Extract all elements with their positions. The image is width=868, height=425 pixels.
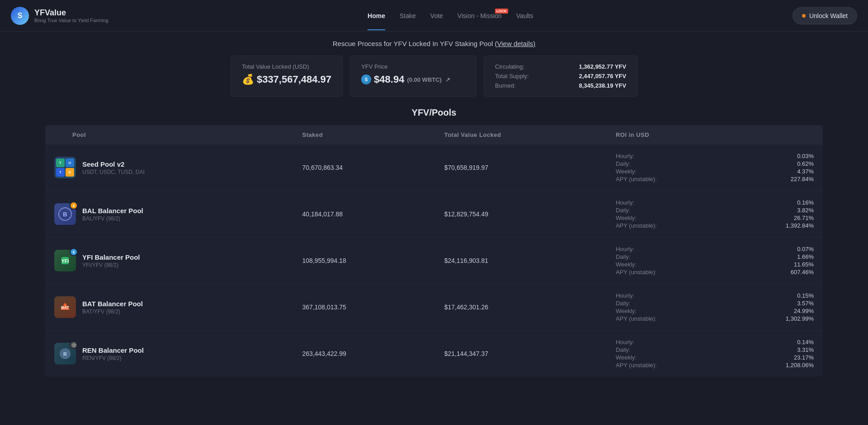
roi-cell: Hourly: 0.03% Daily: 0.62% Weekly: 4.37%… [607, 145, 823, 191]
total-supply-row: Total Supply: 2,447,057.76 YFV [495, 73, 626, 79]
rescue-text: Rescue Process for YFV Locked In YFV Sta… [333, 40, 493, 47]
logo-icon: S [11, 7, 29, 25]
roi-hourly-label: Hourly: [616, 292, 778, 299]
svg-text:B: B [63, 211, 67, 218]
roi-grid: Hourly: 0.03% Daily: 0.62% Weekly: 4.37%… [616, 153, 814, 182]
pool-name: BAT Balancer Pool [82, 300, 143, 308]
pool-name: BAL Balancer Pool [82, 207, 143, 215]
roi-weekly-val: 4.37% [791, 168, 814, 175]
yfv-price-value: S $48.94 (0.00 WBTC) ↗ [361, 74, 465, 85]
yfv-price-label: YFV Price [361, 63, 465, 70]
staked-cell: 263,443,422.99 [293, 331, 435, 377]
roi-daily-label: Daily: [616, 160, 783, 167]
circulating-row: Circulating: 1,362,952.77 YFV [495, 63, 626, 70]
total-supply-value: 2,447,057.76 YFV [579, 73, 627, 79]
pool-sub: YFI/YFV (98/2) [82, 262, 140, 268]
wallet-status-dot [802, 14, 806, 18]
table-header-row: Pool Staked Total Value Locked ROI in US… [45, 125, 823, 145]
tvl-amount: $337,567,484.97 [257, 74, 331, 85]
roi-grid: Hourly: 0.15% Daily: 3.57% Weekly: 24.99… [616, 292, 814, 322]
staked-cell: 40,184,017.88 [293, 191, 435, 238]
pool-cell-bat-balancer-pool[interactable]: BAT BAT Balancer Pool BAT/YFV (98/2) [45, 288, 293, 326]
roi-cell: Hourly: 0.07% Daily: 1.66% Weekly: 11.65… [607, 238, 823, 284]
yfv-price-sub: (0.00 WBTC) ↗ [407, 76, 450, 83]
roi-daily-label: Daily: [616, 300, 778, 307]
roi-weekly-val: 24.99% [786, 308, 814, 314]
pool-info: BAL Balancer Pool BAL/YFV (98/2) [82, 207, 143, 222]
svg-text:R: R [63, 351, 67, 357]
burned-row: Burned: 8,345,238.19 YFV [495, 82, 626, 89]
roi-grid: Hourly: 0.07% Daily: 1.66% Weekly: 11.65… [616, 246, 814, 276]
table-row: YFI $ YFI Balancer Pool YFI/YFV (98/2) 1… [45, 238, 823, 284]
pool-info: YFI Balancer Pool YFI/YFV (98/2) [82, 253, 140, 268]
tvl-cell: $17,462,301.26 [435, 284, 607, 331]
roi-hourly-label: Hourly: [616, 246, 783, 252]
staked-cell: 70,670,863.34 [293, 145, 435, 191]
logo-area: S YFValue Bring True Value to Yield Farm… [11, 7, 108, 25]
roi-weekly-label: Weekly: [616, 308, 778, 314]
roi-daily-label: Daily: [616, 346, 778, 353]
roi-weekly-label: Weekly: [616, 261, 783, 268]
main-nav: Home Stake Vote Vision - Mission LOCK Va… [368, 12, 533, 19]
roi-hourly-val: 0.16% [786, 199, 814, 206]
tvl-cell: $21,144,347.37 [435, 331, 607, 377]
stats-row: Total Value Locked (USD) 💰 $337,567,484.… [0, 56, 868, 107]
tvl-cell: $12,829,754.49 [435, 191, 607, 238]
app-subtitle: Bring True Value to Yield Farming [34, 18, 108, 23]
external-link-icon[interactable]: ↗ [445, 76, 450, 83]
roi-weekly-val: 23.17% [786, 354, 814, 361]
pool-info: REN Balancer Pool REN/YFV (98/2) [82, 346, 144, 361]
tvl-label: Total Value Locked (USD) [242, 63, 331, 70]
tvl-cell: $24,116,903.81 [435, 238, 607, 284]
pool-cell-seed-pool-v2[interactable]: T U T D Seed Pool v2 USDT, USDC, TUSD, D… [45, 149, 293, 187]
svg-text:YFI: YFI [61, 258, 69, 264]
roi-grid: Hourly: 0.16% Daily: 3.82% Weekly: 26.71… [616, 199, 814, 229]
roi-weekly-label: Weekly: [616, 215, 778, 221]
unlock-wallet-button[interactable]: Unlock Wallet [793, 7, 857, 24]
pool-cell-yfi-balancer-pool[interactable]: YFI $ YFI Balancer Pool YFI/YFV (98/2) [45, 242, 293, 280]
nav-vote[interactable]: Vote [430, 12, 443, 19]
table-row: R ⬡ REN Balancer Pool REN/YFV (98/2) 263… [45, 331, 823, 377]
yfv-price-card: YFV Price S $48.94 (0.00 WBTC) ↗ [350, 56, 476, 97]
roi-daily-val: 0.62% [791, 160, 814, 167]
rescue-banner: Rescue Process for YFV Locked In YFV Sta… [0, 32, 868, 56]
roi-hourly-val: 0.07% [791, 246, 814, 252]
col-tvl: Total Value Locked [435, 125, 607, 145]
circulating-value: 1,362,952.77 YFV [579, 63, 627, 70]
roi-daily-val: 3.31% [786, 346, 814, 353]
nav-stake[interactable]: Stake [400, 12, 416, 19]
circulating-label: Circulating: [495, 63, 524, 70]
pool-sub: BAL/YFV (98/2) [82, 215, 143, 222]
col-staked: Staked [293, 125, 435, 145]
roi-grid: Hourly: 0.14% Daily: 3.31% Weekly: 23.17… [616, 339, 814, 369]
rescue-link[interactable]: (View details) [495, 40, 536, 47]
tvl-value: 💰 $337,567,484.97 [242, 74, 331, 85]
burned-value: 8,345,238.19 YFV [579, 82, 627, 89]
lock-badge: LOCK [495, 9, 508, 14]
nav-vaults[interactable]: Vaults [516, 12, 533, 19]
pools-table: Pool Staked Total Value Locked ROI in US… [45, 125, 823, 377]
app-title: YFValue [34, 8, 108, 18]
pool-cell-ren-balancer-pool[interactable]: R ⬡ REN Balancer Pool REN/YFV (98/2) [45, 335, 293, 373]
pool-name: REN Balancer Pool [82, 346, 144, 354]
staked-cell: 367,108,013.75 [293, 284, 435, 331]
roi-cell: Hourly: 0.15% Daily: 3.57% Weekly: 24.99… [607, 284, 823, 331]
roi-hourly-label: Hourly: [616, 153, 783, 159]
yfv-icon: S [361, 75, 371, 84]
roi-apy-val: 1,208.06% [786, 362, 814, 369]
nav-home[interactable]: Home [368, 12, 385, 19]
header: S YFValue Bring True Value to Yield Farm… [0, 0, 868, 32]
col-roi: ROI in USD [607, 125, 823, 145]
pool-cell-bal-balancer-pool[interactable]: B $ BAL Balancer Pool BAL/YFV (98/2) [45, 195, 293, 233]
roi-weekly-val: 11.65% [791, 261, 814, 268]
pools-section: YFV/Pools Pool Staked Total Value Locked… [0, 107, 868, 395]
nav-vision-mission[interactable]: Vision - Mission LOCK [458, 12, 502, 19]
table-row: T U T D Seed Pool v2 USDT, USDC, TUSD, D… [45, 145, 823, 191]
roi-weekly-val: 26.71% [786, 215, 814, 221]
roi-hourly-label: Hourly: [616, 339, 778, 346]
supply-card: Circulating: 1,362,952.77 YFV Total Supp… [484, 56, 637, 97]
roi-daily-label: Daily: [616, 253, 783, 260]
staked-cell: 108,955,994.18 [293, 238, 435, 284]
roi-hourly-val: 0.15% [786, 292, 814, 299]
col-pool: Pool [45, 125, 293, 145]
